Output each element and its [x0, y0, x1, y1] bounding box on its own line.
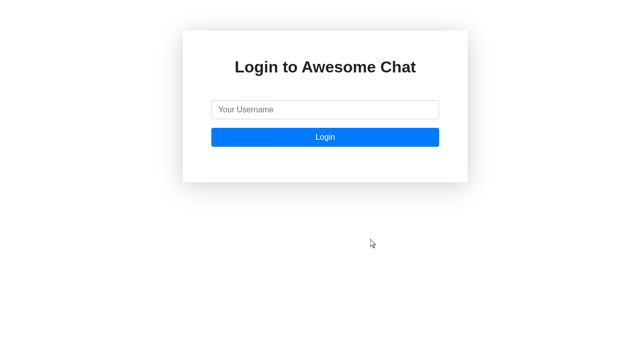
- cursor-icon: [370, 239, 377, 249]
- login-button[interactable]: Login: [211, 128, 439, 147]
- login-card: Login to Awesome Chat Login: [183, 30, 468, 182]
- login-title: Login to Awesome Chat: [235, 58, 416, 76]
- username-input[interactable]: [211, 100, 439, 119]
